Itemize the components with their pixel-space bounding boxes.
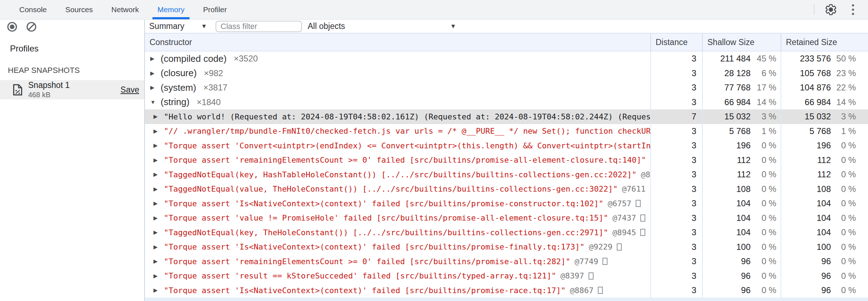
- tab-memory[interactable]: Memory: [148, 0, 194, 19]
- expand-arrow-icon[interactable]: ▶: [153, 244, 164, 250]
- gear-icon[interactable]: [824, 3, 837, 16]
- expand-arrow-icon[interactable]: ▶: [153, 215, 164, 221]
- tab-console[interactable]: Console: [10, 0, 56, 19]
- expand-arrow-icon[interactable]: ▶: [150, 70, 161, 77]
- constructor-cell: ▶ "TaggedNotEqual(value, TheHoleConstant…: [145, 182, 650, 197]
- shallow-size-value: 104: [736, 198, 751, 208]
- shallow-size-percent: 0 %: [751, 184, 776, 194]
- shallow-size-value: 77 768: [725, 83, 751, 93]
- constructor-cell: ▶ (system) ×3817: [145, 80, 650, 95]
- table-row[interactable]: ▶ "Torque assert 'remainingElementsCount…: [145, 254, 868, 269]
- column-header-distance[interactable]: Distance: [650, 34, 702, 51]
- glyph-box-icon: [636, 200, 641, 207]
- table-row[interactable]: ▶ "// .wrangler/tmp/bundle-FmNIt0/checke…: [145, 124, 868, 139]
- expand-arrow-icon[interactable]: ▶: [153, 142, 164, 149]
- instance-count: ×982: [204, 68, 223, 78]
- retained-size-percent: 0 %: [831, 271, 856, 281]
- retained-size-value: 104: [817, 227, 831, 237]
- glyph-box-icon: [640, 214, 645, 222]
- retained-size-percent: 0 %: [831, 140, 856, 150]
- shallow-size-value: 66 984: [725, 97, 751, 107]
- retained-size-cell: 104 0 %: [781, 196, 868, 211]
- shallow-size-percent: 0 %: [751, 256, 776, 266]
- profiles-sidebar: Profiles HEAP SNAPSHOTS Snapshot 1 468 k…: [0, 34, 144, 301]
- column-header-constructor[interactable]: Constructor: [145, 34, 650, 51]
- table-row[interactable]: ▶ "Torque assert 'result == kStoreSucced…: [145, 269, 868, 283]
- table-row[interactable]: ▶ (compiled code) ×3520 3 211 484 45 % 2…: [145, 51, 868, 66]
- shallow-size-cell: 211 484 45 %: [702, 51, 781, 66]
- constructor-cell: ▶ "TaggedNotEqual(key, TheHoleConstant()…: [145, 225, 650, 240]
- shallow-size-cell: 96 0 %: [702, 269, 781, 283]
- tab-network[interactable]: Network: [102, 0, 148, 19]
- table-row[interactable]: ▶ "Torque assert 'Is<NativeContext>(cont…: [145, 196, 868, 211]
- retained-size-value: 112: [817, 169, 831, 179]
- shallow-size-percent: 14 %: [751, 97, 776, 107]
- string-value: "Torque assert 'Is<NativeContext>(contex…: [164, 242, 585, 251]
- three-dot-menu-icon[interactable]: [847, 3, 859, 16]
- devtools-tab-bar: Console Sources Network Memory Profiler: [0, 0, 868, 20]
- expand-arrow-icon[interactable]: ▶: [150, 55, 161, 62]
- shallow-size-percent: 17 %: [751, 83, 776, 93]
- expand-arrow-icon[interactable]: ▶: [153, 229, 164, 236]
- table-row[interactable]: ▶ "Torque assert 'remainingElementsCount…: [145, 153, 868, 168]
- table-row[interactable]: ▶ "TaggedNotEqual(value, TheHoleConstant…: [145, 182, 868, 197]
- string-value: "Hello world! (Requested at: 2024-08-19T…: [164, 112, 650, 121]
- expand-arrow-icon[interactable]: ▶: [153, 113, 164, 120]
- shallow-size-value: 112: [737, 155, 751, 165]
- retained-size-value: 100: [817, 242, 831, 252]
- table-row[interactable]: ▼ (string) ×1840 3 66 984 14 % 66 984 14…: [145, 95, 868, 110]
- constructor-cell: ▶ "TaggedNotEqual(key, HashTableHoleCons…: [145, 167, 650, 182]
- expand-arrow-icon[interactable]: ▶: [153, 258, 164, 265]
- tab-sources[interactable]: Sources: [56, 0, 102, 19]
- expand-arrow-icon[interactable]: ▶: [153, 128, 164, 134]
- table-row[interactable]: ▶ (closure) ×982 3 28 128 6 % 105 768 23…: [145, 66, 868, 81]
- expand-arrow-icon[interactable]: ▶: [153, 287, 164, 293]
- string-value: "Torque assert 'remainingElementsCount >…: [164, 156, 646, 164]
- table-row[interactable]: ▶ "Torque assert 'Is<NativeContext>(cont…: [145, 283, 868, 298]
- expand-arrow-icon[interactable]: ▶: [153, 200, 164, 207]
- table-row[interactable]: ▶ "Torque assert 'value != PromiseHole' …: [145, 211, 868, 226]
- glyph-box-icon: [589, 272, 594, 280]
- clear-all-icon[interactable]: [26, 21, 37, 33]
- object-id: @6757: [608, 199, 631, 208]
- distance-cell: 3: [650, 80, 702, 95]
- retained-size-percent: 50 %: [831, 54, 856, 64]
- object-id: @9229: [589, 242, 612, 251]
- expand-arrow-icon[interactable]: ▼: [150, 99, 161, 105]
- retained-size-cell: 104 876 22 %: [781, 80, 868, 95]
- retained-size-percent: 14 %: [831, 97, 856, 107]
- tab-profiler[interactable]: Profiler: [194, 0, 236, 19]
- chevron-down-icon: ▼: [201, 23, 207, 30]
- snapshot-label: Snapshot 1 468 kB: [28, 80, 70, 99]
- string-value: "Torque assert 'value != PromiseHole' fa…: [164, 213, 608, 222]
- constructor-cell: ▶ (closure) ×982: [145, 66, 650, 81]
- table-row[interactable]: ▶ "Hello world! (Requested at: 2024-08-1…: [145, 109, 868, 124]
- save-snapshot-link[interactable]: Save: [121, 85, 139, 95]
- column-header-retained-size[interactable]: Retained Size: [781, 34, 868, 51]
- class-filter-input[interactable]: [216, 21, 302, 32]
- table-row[interactable]: ▶ "TaggedNotEqual(key, TheHoleConstant()…: [145, 225, 868, 240]
- shallow-size-value: 112: [737, 169, 751, 179]
- table-row[interactable]: ▶ "Torque assert 'Is<NativeContext>(cont…: [145, 240, 868, 255]
- table-row[interactable]: ▶ "TaggedNotEqual(key, HashTableHoleCons…: [145, 167, 868, 182]
- expand-arrow-icon[interactable]: ▶: [150, 84, 161, 91]
- table-row[interactable]: ▶ (system) ×3817 3 77 768 17 % 104 876 2…: [145, 80, 868, 95]
- table-row[interactable]: ▶ "Torque assert 'Convert<uintptr>(endIn…: [145, 138, 868, 153]
- column-header-shallow-size[interactable]: Shallow Size: [702, 34, 781, 51]
- record-icon[interactable]: [6, 21, 18, 33]
- shallow-size-cell: 96 0 %: [702, 283, 781, 298]
- expand-arrow-icon[interactable]: ▶: [153, 157, 164, 163]
- objects-select[interactable]: All objects ▼: [308, 21, 456, 31]
- expand-arrow-icon[interactable]: ▶: [153, 273, 164, 279]
- expand-arrow-icon[interactable]: ▶: [153, 171, 164, 178]
- expand-arrow-icon[interactable]: ▶: [153, 186, 164, 192]
- perspective-select[interactable]: Summary ▼: [149, 21, 207, 31]
- shallow-size-cell: 104 0 %: [702, 225, 781, 240]
- retained-size-cell: 100 0 %: [781, 240, 868, 255]
- sidebar-item-snapshot-1[interactable]: Snapshot 1 468 kB Save: [0, 80, 144, 99]
- retained-size-value: 196: [817, 140, 831, 150]
- string-value: "TaggedNotEqual(value, TheHoleConstant()…: [164, 184, 618, 193]
- retained-size-value: 108: [817, 184, 831, 194]
- constructor-cell: ▶ "Torque assert 'value != PromiseHole' …: [145, 211, 650, 226]
- table-rows: ▶ (compiled code) ×3520 3 211 484 45 % 2…: [145, 51, 868, 298]
